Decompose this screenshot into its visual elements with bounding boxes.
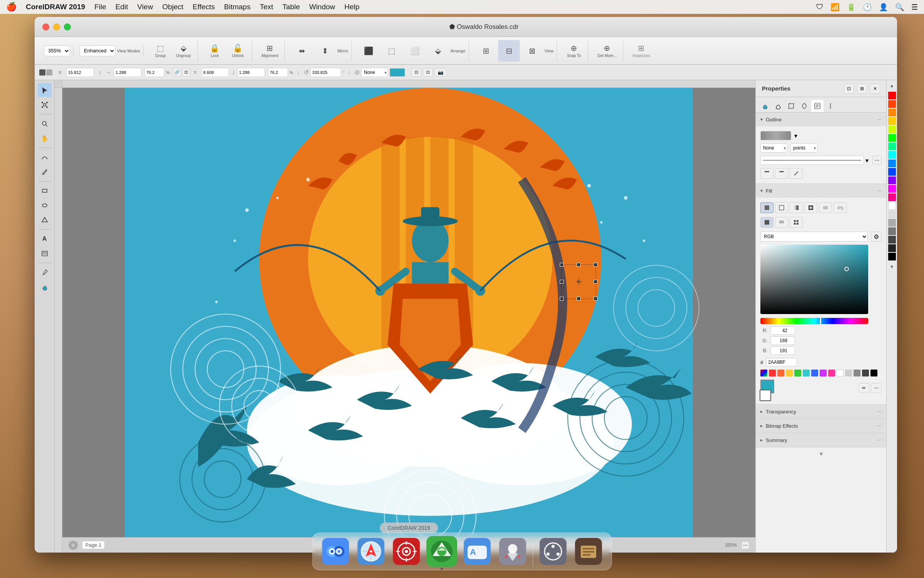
outline-type-btn1[interactable] xyxy=(760,168,773,179)
text-tool[interactable]: A xyxy=(38,232,52,246)
swatch-lightgray[interactable] xyxy=(845,370,852,376)
outline-dropdown-arrow[interactable]: ▾ xyxy=(794,133,800,138)
r-input[interactable] xyxy=(770,326,795,335)
fill-section-header[interactable]: ▾ Fill ⋯ xyxy=(756,184,886,198)
outline-unit-select[interactable]: points mm px xyxy=(790,143,817,153)
colorbar-cyan[interactable] xyxy=(888,151,896,159)
swatch-darkgray[interactable] xyxy=(862,370,869,376)
node-tool[interactable] xyxy=(38,98,52,112)
panel-action-btn2[interactable]: ⊞ xyxy=(857,84,867,94)
colorbar-rose[interactable] xyxy=(888,193,896,201)
b-input[interactable] xyxy=(770,346,795,355)
unlock-button[interactable]: 🔓 Unlock xyxy=(227,40,249,62)
eyedropper-tool[interactable] xyxy=(38,265,52,279)
mirror-h-button[interactable]: ⬌ xyxy=(291,40,313,62)
swatch-green[interactable] xyxy=(794,370,801,376)
pencil-tool[interactable] xyxy=(38,165,52,179)
fill-sub-btn3[interactable] xyxy=(790,217,803,228)
fill-type-linear[interactable] xyxy=(790,202,803,213)
outline-none-select[interactable]: None Hairline 0.5pt 1pt xyxy=(760,143,787,153)
snap-to-button[interactable]: ⊕ Snap To xyxy=(563,40,585,62)
colorbar-yellow[interactable] xyxy=(888,117,896,125)
fill-tool[interactable] xyxy=(38,280,52,294)
panel-tab-fx[interactable] xyxy=(798,100,810,112)
h-input[interactable] xyxy=(237,68,265,77)
app-name[interactable]: CorelDRAW 2019 xyxy=(26,3,85,11)
panel-expand-btn[interactable]: ▾ xyxy=(756,447,886,460)
menu-text[interactable]: Text xyxy=(260,3,273,11)
colorbar-magenta[interactable] xyxy=(888,185,896,193)
color-bar-scroll-down[interactable]: ▼ xyxy=(888,263,896,271)
rectangle-tool[interactable] xyxy=(38,184,52,198)
colorbar-red-orange[interactable] xyxy=(888,100,896,108)
hue-slider[interactable] xyxy=(760,318,868,324)
panel-tab-properties[interactable] xyxy=(811,100,824,112)
fill-edit-btn[interactable]: ✏ xyxy=(859,383,869,393)
color-gradient[interactable] xyxy=(760,245,868,314)
arrange-btn3[interactable]: ⬜ xyxy=(404,40,426,62)
transparency-options-icon[interactable]: ⋯ xyxy=(877,409,882,414)
outline-none-select-wrapper[interactable]: None Hairline 0.5pt 1pt xyxy=(760,143,787,153)
panel-content[interactable]: ▾ Outline ⋯ ▾ None xyxy=(756,113,886,553)
arrange-btn2[interactable]: ⬚ xyxy=(381,40,403,62)
dock-app2[interactable] xyxy=(573,536,604,567)
summary-options-icon[interactable]: ⋯ xyxy=(877,437,882,443)
colorbar-nearblack[interactable] xyxy=(888,244,896,252)
view-active-button[interactable]: ⊟ xyxy=(498,40,520,62)
swatch-blue[interactable] xyxy=(811,370,818,376)
panel-tab-more[interactable] xyxy=(824,100,837,112)
swatch-red[interactable] xyxy=(769,370,776,376)
outline-color-swatch[interactable] xyxy=(760,131,791,140)
swatch-rainbow[interactable] xyxy=(760,370,767,376)
colorbar-charcoal[interactable] xyxy=(888,236,896,244)
menubar-search-icon[interactable]: 🔍 xyxy=(895,3,904,12)
panel-tab-outline[interactable] xyxy=(772,100,784,112)
g-input[interactable] xyxy=(770,336,795,345)
x-input[interactable] xyxy=(66,68,94,77)
zoom-select[interactable]: 355% 100% 200% xyxy=(44,45,70,56)
zoom-tool[interactable] xyxy=(38,117,52,131)
unlock-ratio-btn[interactable]: ⊡ xyxy=(182,68,191,77)
select-tool[interactable] xyxy=(38,83,52,97)
swatch-orange[interactable] xyxy=(777,370,784,376)
outline-options-icon[interactable]: ⋯ xyxy=(877,117,882,122)
close-button[interactable] xyxy=(42,24,49,30)
panel-action-btn1[interactable]: ⊡ xyxy=(844,84,854,94)
outline-type-btn3[interactable] xyxy=(790,168,803,179)
swatch-yellow[interactable] xyxy=(786,370,793,376)
lock-button[interactable]: 🔒 Lock xyxy=(204,40,226,62)
outline-line-preview[interactable] xyxy=(760,156,864,165)
dock-app1[interactable] xyxy=(538,536,569,567)
summary-section-header[interactable]: ▸ Summary ⋯ xyxy=(756,433,886,447)
bezier-tool[interactable] xyxy=(38,150,52,164)
menu-window[interactable]: Window xyxy=(309,3,335,11)
fill-type-pattern[interactable] xyxy=(819,202,832,213)
colorbar-gray[interactable] xyxy=(888,219,896,227)
ellipse-tool[interactable] xyxy=(38,198,52,212)
get-more-button[interactable]: ⊕ Get More... xyxy=(594,40,620,62)
swatch-black[interactable] xyxy=(870,370,877,376)
w-input[interactable] xyxy=(114,68,141,77)
view-mode-select[interactable]: Enhanced Normal Draft xyxy=(80,45,116,56)
fill-type-empty[interactable] xyxy=(775,202,788,213)
coord-btn3[interactable]: 📷 xyxy=(434,68,447,77)
dock-coreldraw[interactable] xyxy=(427,536,457,567)
canvas-settings-btn[interactable]: ⋯ xyxy=(742,541,749,549)
colorbar-darkgray[interactable] xyxy=(888,227,896,235)
bitmap-effects-section-header[interactable]: ▸ Bitmap Effects ⋯ xyxy=(756,419,886,433)
colorbar-lime[interactable] xyxy=(888,126,896,133)
view-grid-button[interactable]: ⊞ xyxy=(475,40,497,62)
menu-effects[interactable]: Effects xyxy=(192,3,215,11)
menu-help[interactable]: Help xyxy=(345,3,360,11)
arrange-btn1[interactable]: ⬛ xyxy=(358,40,380,62)
transparency-section-header[interactable]: ▸ Transparency ⋯ xyxy=(756,405,886,418)
outline-line-arrow[interactable]: ▾ xyxy=(865,158,871,163)
view-btn3[interactable]: ⊠ xyxy=(521,40,543,62)
panel-tab-transform[interactable] xyxy=(785,100,797,112)
bitmap-effects-options-icon[interactable]: ⋯ xyxy=(877,423,882,428)
outline-type-btn2[interactable] xyxy=(775,168,788,179)
colorbar-green[interactable] xyxy=(888,134,896,142)
fill-type-radial[interactable] xyxy=(804,202,817,213)
swatch-gray[interactable] xyxy=(854,370,860,376)
current-outline-swatch[interactable] xyxy=(760,390,771,401)
